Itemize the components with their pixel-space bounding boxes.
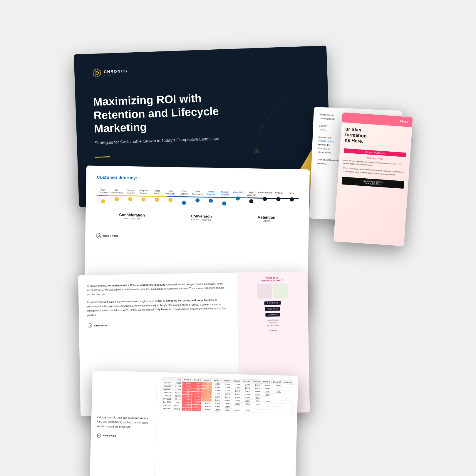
- beauty-cta-text: YOUR FIRST ORDER24 HOURS ONLY: [342, 177, 404, 189]
- journey-node-sunset: Sunset: [285, 192, 299, 207]
- slide4-shop-body-btn[interactable]: SHOP BODY: [265, 307, 280, 311]
- journey-phases-row: Consideration New Customers Conversion E…: [96, 209, 298, 223]
- slide4-shop-face-btn[interactable]: SHOP FACE: [265, 313, 280, 317]
- phase-retention: Retention Lapsed: [258, 215, 275, 222]
- col-m9: Month 9: [261, 380, 271, 384]
- data-table-slide: industry specific data can be important …: [90, 371, 298, 476]
- product-image-1: [257, 284, 272, 299]
- yellow-accent-line: [95, 156, 110, 158]
- col-m4: Month 4: [212, 378, 222, 383]
- svg-point-8: [89, 325, 90, 326]
- slide4-logo-icon: [87, 323, 93, 328]
- slide4-brand-label: CHRONOS: [94, 324, 108, 327]
- slide5-brand-label: CHRONOS: [103, 435, 117, 437]
- col-m5: Month 5: [222, 379, 232, 383]
- slide4-shop-share-btn[interactable]: SHOP SHARE: [264, 301, 281, 305]
- journey-node-review: ReviewRequest: [204, 190, 218, 205]
- cover-title: Maximizing ROI withRetention and Lifecyc…: [93, 90, 264, 136]
- journey-node-frequent-browser: FrequentBrowser: [137, 189, 150, 204]
- journey-node-order-confirm: OrderConfirmation: [191, 190, 205, 205]
- journey-node-cart-recovery: CartRecovery: [164, 190, 177, 205]
- slide4-para1: To create urgency, we implemented a 72-h…: [86, 281, 229, 297]
- col-date: [162, 377, 173, 381]
- slide2-chronos-logo: CHRONOS: [96, 233, 298, 242]
- slide2-brand-name: CHRONOS: [103, 234, 118, 237]
- product-image-2: [273, 283, 288, 298]
- slide4-para2: To convert hesitant customers, we used v…: [87, 298, 229, 317]
- brand-name: CHRONOS: [104, 69, 128, 74]
- phase-consideration: Consideration New Customers: [119, 213, 145, 220]
- slide5-text-area: industry specific data can be important …: [90, 371, 157, 476]
- slide4-card-question: What doesyour routine need?: [262, 276, 283, 282]
- cohort-data-table: Size Month 1 Month 2 Month 3 Month 4 Mon…: [161, 377, 294, 414]
- slide4-product-images: [257, 283, 288, 299]
- journey-node-added-to-cart: Addedto Cart: [150, 189, 164, 205]
- journey-node-winback: Winback: [271, 191, 285, 207]
- slide2-logo-icon: [96, 233, 102, 239]
- phase-conversion: Conversion Existing Customers: [191, 214, 212, 221]
- svg-marker-9: [98, 433, 101, 438]
- slide4-sidebar-text: powerful tools,rchases ang your emailsur…: [267, 319, 279, 332]
- journey-section-title: Customer Journey:: [97, 175, 299, 183]
- svg-point-6: [98, 235, 100, 237]
- brand-subname: AGENCY: [104, 74, 128, 77]
- presentation-scene: CHRONOS AGENCY Maximizing ROI withRetent…: [62, 32, 414, 444]
- beauty-content-text: USE DISCOUNT NOW Welcome to Truly! We're…: [338, 146, 410, 179]
- beauty-slide: TRULY ur Skinformationns Here. USE DISCO…: [333, 112, 413, 246]
- journey-node-new-customer-nurture: NewCustomerNurture: [177, 190, 191, 205]
- col-m1: Month 1: [182, 378, 192, 382]
- journey-node-acquisition: NewCustomerAcquisition: [96, 188, 110, 204]
- slide5-table-area: Size Month 1 Month 2 Month 3 Month 4 Mon…: [154, 372, 298, 476]
- col-m7: Month 7: [242, 379, 252, 383]
- journey-node-cross-sell: Cross-Sell: [231, 191, 245, 206]
- col-m8: Month 8: [252, 380, 262, 384]
- svg-marker-5: [97, 233, 101, 238]
- col-m11: Month 11: [282, 380, 293, 384]
- journey-node-replenishment: Replenishment: [258, 191, 272, 207]
- journey-node-browse-recovery: BrowseRecovery: [123, 189, 137, 204]
- svg-marker-7: [88, 323, 92, 328]
- col-m10: Month 10: [271, 380, 282, 384]
- journey-nodes-row: NewCustomerAcquisition SiteAbandonment B…: [96, 188, 299, 207]
- journey-node-site-abandon: SiteAbandonment: [110, 189, 124, 204]
- col-size: Size: [173, 378, 182, 382]
- slide5-logo-icon: [97, 433, 101, 438]
- slide5-para: industry specific data can be important …: [97, 415, 150, 430]
- journey-diagram: NewCustomerAcquisition SiteAbandonment B…: [96, 185, 299, 232]
- svg-point-10: [98, 435, 100, 436]
- logo-area: CHRONOS AGENCY: [92, 61, 310, 78]
- col-m6: Month 6: [232, 379, 242, 383]
- cover-subtitle: Strategies for Sustainable Growth in Tod…: [94, 135, 235, 145]
- chronos-logo-icon: [92, 68, 102, 78]
- journey-node-repeat-nurture: RepeatCustomerNurture: [217, 190, 231, 206]
- journey-node-vip: HighValue VIP: [244, 191, 258, 206]
- col-m3: Month 3: [202, 378, 212, 382]
- col-m2: Month 2: [192, 378, 202, 382]
